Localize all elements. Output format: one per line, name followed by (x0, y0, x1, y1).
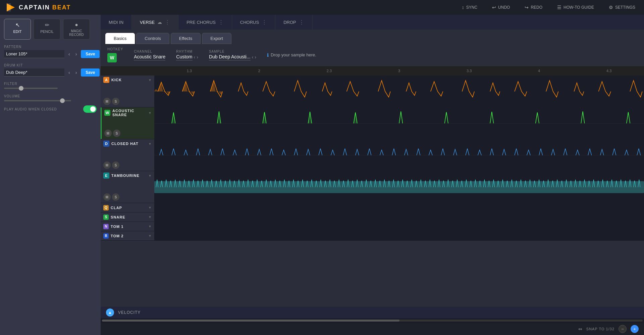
drop-more-icon[interactable]: ⋮ (299, 19, 304, 26)
volume-section: VOLUME (4, 93, 97, 101)
tom2-expand-icon[interactable]: ▼ (148, 234, 152, 238)
tom1-waveform[interactable] (154, 222, 644, 231)
track-row-tambourine: E TAMBOURINE ▼ M S (101, 171, 644, 203)
snare-btn-row: M S (104, 129, 152, 138)
kick-waveform[interactable] (154, 76, 644, 107)
hihat-expand-icon[interactable]: ▼ (148, 142, 152, 146)
settings-button[interactable]: ⚙ SETTINGS (605, 3, 639, 11)
snare-expand-icon[interactable]: ▼ (148, 111, 152, 115)
info-icon: ℹ (267, 52, 269, 58)
clap-expand-icon[interactable]: ▼ (148, 206, 152, 209)
mark-2: 2 (224, 69, 294, 73)
magic-record-tool[interactable]: ● MAGIC RECORD (63, 19, 90, 40)
tab-drop[interactable]: DROP ⋮ (275, 15, 313, 30)
drop-sample-area[interactable]: ℹ Drop your sample here. (267, 52, 316, 58)
track-label-tom1: N TOM 1 ▼ (101, 222, 154, 231)
pattern-control-row: ‹ › Save (4, 50, 97, 58)
rhythm-next-button[interactable]: › (197, 54, 198, 60)
play-audio-row: PLAY AUDIO WHEN CLOSED (4, 105, 97, 113)
snare-mute-button[interactable]: M (104, 130, 112, 137)
kick-expand-icon[interactable]: ▼ (148, 78, 152, 82)
verse-more-icon[interactable]: ⋮ (165, 19, 170, 26)
track-label-snare: W ACOUSTIC SNARE ▼ M S (101, 107, 154, 139)
kick-name: KICK (111, 78, 122, 82)
kick-name-row: A KICK ▼ (103, 77, 152, 83)
hihat-mute-button[interactable]: M (103, 161, 111, 169)
snap-label: SNAP TO 1/32 (586, 327, 614, 331)
pre-chorus-more-icon[interactable]: ⋮ (218, 19, 224, 26)
tab-export[interactable]: Export (202, 33, 231, 44)
rhythm-control: Custom ‹ › (176, 54, 198, 60)
redo-icon: ↪ (525, 5, 529, 10)
pattern-input[interactable] (4, 50, 64, 58)
tambourine-expand-icon[interactable]: ▼ (148, 174, 152, 178)
rhythm-prev-button[interactable]: ‹ (194, 54, 196, 60)
track-area: 1.3 2 2.3 3 3.3 4 4.3 A KICK (101, 66, 644, 335)
sample-prev-button[interactable]: ‹ (252, 54, 254, 60)
mark-4: 3 (364, 69, 434, 73)
tom1-name: TOM 1 (111, 225, 123, 229)
tom1-name-row: N TOM 1 ▼ (103, 224, 152, 229)
filter-slider[interactable] (4, 88, 58, 89)
tab-controls[interactable]: Controls (136, 33, 169, 44)
hihat-solo-button[interactable]: S (112, 161, 119, 169)
volume-slider[interactable] (4, 100, 71, 101)
snare-waveform[interactable] (154, 107, 644, 139)
pencil-tool[interactable]: ✏ PENCIL (34, 19, 60, 40)
timeline: 1.3 2 2.3 3 3.3 4 4.3 (101, 66, 644, 76)
track-label-snare2: S SNARE ▼ (101, 212, 154, 222)
horizontal-scrollbar[interactable] (101, 318, 644, 323)
snap-icon: ⇔ (578, 326, 582, 332)
pattern-next-button[interactable]: › (74, 51, 78, 57)
drum-kit-next-button[interactable]: › (74, 69, 78, 76)
settings-icon: ⚙ (609, 5, 613, 10)
tab-basics[interactable]: Basics (105, 33, 135, 44)
upload-icon[interactable]: ☁ (157, 19, 162, 25)
tambourine-mute-button[interactable]: M (103, 193, 111, 201)
undo-button[interactable]: ↩ UNDO (489, 3, 513, 11)
pattern-prev-button[interactable]: ‹ (67, 51, 71, 57)
tambourine-solo-button[interactable]: S (112, 193, 119, 201)
scroll-thumb[interactable] (102, 320, 399, 322)
velocity-toggle-button[interactable]: ▲ (106, 308, 114, 317)
snare2-waveform[interactable] (154, 212, 644, 222)
tom2-waveform[interactable] (154, 231, 644, 241)
tambourine-name-row: E TAMBOURINE ▼ (103, 173, 152, 179)
tool-row: ↖ EDIT ✏ PENCIL ● MAGIC RECORD (4, 19, 97, 40)
how-to-guide-button[interactable]: ☰ HOW-TO GUIDE (554, 3, 597, 11)
tom1-expand-icon[interactable]: ▼ (148, 225, 152, 228)
chorus-more-icon[interactable]: ⋮ (262, 19, 267, 26)
kick-mute-button[interactable]: M (103, 98, 111, 105)
tambourine-waveform[interactable] (154, 171, 644, 203)
tab-verse[interactable]: VERSE ☁ ⋮ (132, 15, 178, 30)
sample-next-button[interactable]: › (255, 54, 256, 60)
drum-kit-save-button[interactable]: Save (81, 68, 100, 77)
channel-bar: HOTKEY W CHANNEL Acoustic Snare RHYTHM C… (101, 44, 644, 66)
tab-effects[interactable]: Effects (171, 33, 201, 44)
sync-button[interactable]: ↕ SYNC (459, 3, 481, 11)
mark-1: 1.3 (154, 69, 224, 73)
snare2-expand-icon[interactable]: ▼ (148, 215, 152, 219)
hihat-waveform[interactable] (154, 139, 644, 171)
track-label-tambourine: E TAMBOURINE ▼ M S (101, 171, 154, 203)
play-audio-toggle[interactable] (83, 105, 97, 113)
tab-chorus[interactable]: CHORUS ⋮ (232, 15, 275, 30)
tab-midi-in[interactable]: MIDI IN (101, 15, 132, 30)
drum-kit-prev-button[interactable]: ‹ (67, 69, 71, 76)
tool-tabs: Basics Controls Effects Export (101, 30, 644, 44)
tab-pre-chorus[interactable]: PRE CHORUS ⋮ (178, 15, 232, 30)
zoom-out-button[interactable]: − (619, 325, 627, 333)
snare-letter: W (104, 110, 110, 116)
tom2-name: TOM 2 (111, 234, 123, 238)
clap-waveform[interactable] (154, 203, 644, 212)
tambourine-letter: E (103, 173, 109, 179)
toggle-knob (90, 106, 96, 112)
edit-tool[interactable]: ↖ EDIT (4, 19, 31, 40)
drum-kit-input[interactable] (4, 68, 64, 77)
kick-solo-button[interactable]: S (112, 98, 119, 105)
zoom-in-button[interactable]: + (631, 325, 639, 333)
kick-letter: A (103, 77, 109, 83)
snare-solo-button[interactable]: S (113, 130, 120, 137)
pattern-save-button[interactable]: Save (81, 50, 100, 58)
redo-button[interactable]: ↪ REDO (521, 3, 546, 11)
